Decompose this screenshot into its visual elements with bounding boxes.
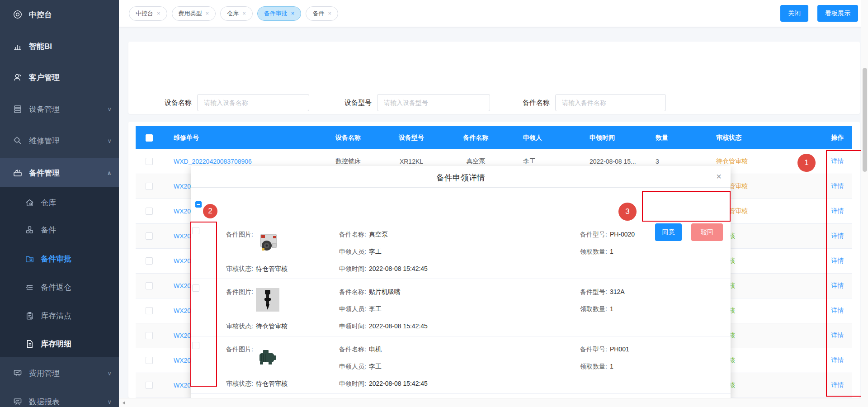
detail-link[interactable]: 详情	[831, 182, 844, 189]
sidebar-item-parts[interactable]: 备件	[0, 220, 119, 240]
clipboard-check-icon	[25, 311, 34, 321]
vacuum-pump-image	[256, 231, 279, 254]
item-checkbox[interactable]	[192, 227, 199, 234]
select-all-checkbox[interactable]	[146, 134, 153, 142]
sidebar-item-stocktake[interactable]: 库存清点	[0, 306, 119, 326]
part-name-input[interactable]	[555, 94, 666, 111]
col-order: 维修单号	[163, 134, 316, 142]
close-icon[interactable]: ×	[328, 10, 331, 17]
detail-link[interactable]: 详情	[831, 356, 844, 364]
dialog-close-icon[interactable]: ×	[716, 172, 722, 181]
sidebar-item-devices[interactable]: 设备管理 ∨	[0, 99, 119, 119]
device-name: 数控铣床	[316, 157, 380, 166]
presentation-chart-icon	[13, 397, 23, 407]
close-button[interactable]: 关闭	[780, 5, 808, 22]
warehouse-icon	[25, 198, 34, 208]
sidebar: 中控台 智能BI 客户管理 设备管理 ∨ 维修管理 ∨ 备件管理 ∧	[0, 0, 119, 407]
annotation-step-1: 1	[797, 154, 816, 172]
item-checkbox[interactable]	[192, 284, 199, 292]
col-action: 操作	[787, 134, 852, 142]
detail-link[interactable]: 详情	[831, 157, 844, 165]
detail-link[interactable]: 详情	[831, 381, 844, 388]
dialog-item-row: 备件图片: 审核状态:待仓管审核 备件名称:真空泵 申领人员:李工 申领时间:2…	[191, 222, 731, 279]
row-checkbox[interactable]	[146, 382, 153, 389]
item-status: 待仓管审核	[256, 322, 288, 330]
sidebar-item-repair[interactable]: 维修管理 ∨	[0, 131, 119, 151]
dialog-select-all-checkbox[interactable]	[195, 201, 202, 208]
row-checkbox[interactable]	[146, 183, 153, 190]
scrollbar-thumb[interactable]	[863, 68, 867, 172]
item-qty: 1	[610, 305, 613, 312]
row-checkbox[interactable]	[146, 357, 153, 364]
item-qty: 1	[610, 363, 613, 370]
close-icon[interactable]: ×	[291, 10, 295, 17]
item-checkbox[interactable]	[192, 342, 199, 349]
close-icon[interactable]: ×	[206, 10, 209, 17]
scroll-left-arrow-icon[interactable]	[123, 401, 125, 405]
item-time: 2022-08-08 15:42:45	[369, 322, 428, 330]
cubes-icon	[25, 225, 34, 235]
sidebar-item-bi[interactable]: 智能BI	[0, 36, 119, 56]
annotation-step-3: 3	[618, 203, 637, 221]
tab-console[interactable]: 中控台×	[129, 6, 167, 21]
tab-warehouse[interactable]: 仓库×	[220, 6, 253, 21]
chevron-down-icon: ∨	[107, 137, 112, 144]
part-name-field: 备件名称	[523, 94, 666, 111]
sidebar-item-parts-return[interactable]: 备件返仓	[0, 277, 119, 297]
close-icon[interactable]: ×	[157, 10, 160, 17]
tab-parts[interactable]: 备件×	[306, 6, 338, 21]
item-part-name: 电机	[369, 345, 382, 353]
vertical-scrollbar[interactable]	[861, 0, 868, 407]
bar-chart-icon	[13, 41, 23, 51]
detail-link[interactable]: 详情	[831, 207, 844, 214]
tab-parts-approval[interactable]: 备件审批×	[257, 6, 302, 21]
row-checkbox[interactable]	[146, 307, 153, 314]
dialog-header: 备件申领详情 ×	[191, 166, 731, 188]
detail-link[interactable]: 详情	[831, 331, 844, 339]
order-link[interactable]: WXD_20220420083708906	[174, 158, 252, 165]
device-name-input[interactable]	[197, 94, 309, 111]
sidebar-item-spareparts[interactable]: 备件管理 ∧	[0, 158, 119, 187]
item-part-name: 贴片机吸嘴	[369, 288, 401, 295]
row-checkbox[interactable]	[146, 158, 153, 165]
item-qty: 1	[610, 248, 613, 255]
item-person: 李工	[369, 363, 382, 370]
sidebar-item-report[interactable]: 数据报表 ∨	[0, 392, 119, 407]
device-model-input[interactable]	[377, 94, 490, 111]
sidebar-item-console[interactable]: 中控台	[0, 5, 119, 24]
row-checkbox[interactable]	[146, 257, 153, 265]
col-device-model: 设备型号	[380, 134, 443, 142]
item-person: 李工	[369, 305, 382, 312]
col-status: 审核状态	[705, 134, 787, 142]
dialog-title: 备件申领详情	[191, 172, 731, 183]
close-icon[interactable]: ×	[242, 10, 246, 17]
detail-link[interactable]: 详情	[831, 257, 844, 264]
sidebar-item-expense[interactable]: 费用管理 ∨	[0, 363, 119, 383]
apply-time: 2022-08-08 15...	[574, 158, 656, 165]
topbar: 中控台× 费用类型× 仓库× 备件审批× 备件× 关闭 看板展示	[119, 0, 868, 27]
detail-link[interactable]: 详情	[831, 232, 844, 239]
col-apply-time: 申领时间	[574, 134, 656, 142]
toolbox-icon	[13, 168, 23, 178]
row-checkbox[interactable]	[146, 208, 153, 215]
sidebar-item-stock-detail[interactable]: 库存明细	[0, 334, 119, 354]
tab-expense-type[interactable]: 费用类型×	[172, 6, 216, 21]
sidebar-item-customers[interactable]: 客户管理	[0, 67, 119, 87]
chevron-down-icon: ∨	[107, 370, 112, 377]
col-part-name: 备件名称	[443, 134, 509, 142]
row-checkbox[interactable]	[146, 332, 153, 339]
sidebar-item-warehouse[interactable]: 仓库	[0, 193, 119, 213]
list-return-icon	[25, 283, 34, 292]
detail-link[interactable]: 详情	[831, 282, 844, 289]
row-checkbox[interactable]	[146, 232, 153, 240]
device-name-field: 设备名称	[165, 94, 309, 111]
detail-link[interactable]: 详情	[831, 307, 844, 314]
sidebar-item-parts-approval[interactable]: 备件审批	[0, 249, 119, 269]
server-icon	[13, 104, 23, 114]
document-icon	[25, 339, 34, 349]
row-checkbox[interactable]	[146, 282, 153, 289]
horizontal-scrollbar[interactable]	[119, 398, 861, 407]
chevron-down-icon: ∨	[107, 398, 112, 405]
board-display-button[interactable]: 看板展示	[817, 5, 858, 22]
item-model: PH001	[610, 345, 629, 353]
